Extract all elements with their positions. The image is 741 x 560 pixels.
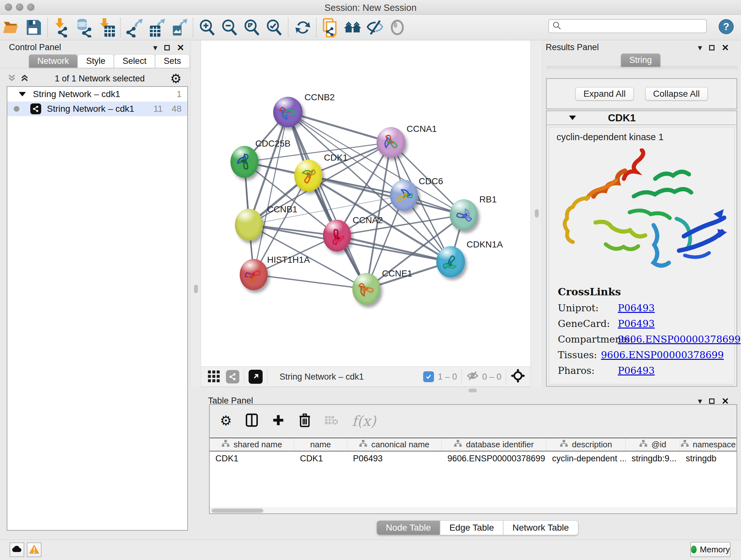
- tab-style[interactable]: Style: [77, 54, 114, 68]
- network-node-ccna2[interactable]: [323, 220, 351, 252]
- search-icon: [552, 21, 562, 32]
- memory-button[interactable]: Memory: [690, 542, 731, 557]
- search-box[interactable]: [548, 19, 707, 33]
- network-node-ccne1[interactable]: [352, 273, 381, 305]
- gene-section-header[interactable]: CDK1: [547, 111, 737, 125]
- tab-network[interactable]: Network: [29, 54, 77, 68]
- cloud-status-button[interactable]: [10, 543, 24, 557]
- grid-view-icon[interactable]: [207, 369, 221, 385]
- network-node-cdc6[interactable]: [390, 180, 418, 211]
- crosslink-link[interactable]: 9606.ENSP00000378699: [601, 349, 724, 361]
- scrollbar-thumb[interactable]: [212, 509, 263, 513]
- open-session-icon[interactable]: [0, 17, 22, 38]
- column-header--id[interactable]: @id: [626, 438, 680, 451]
- network-node-rb1[interactable]: [450, 199, 478, 231]
- edge-count: 48: [172, 104, 182, 114]
- delete-column-trash-icon[interactable]: [298, 413, 311, 429]
- results-panel-chrome: ▾ ✕: [698, 43, 729, 53]
- expand-all-networks-icon[interactable]: [20, 73, 29, 84]
- table-horizontal-scrollbar[interactable]: [210, 508, 737, 513]
- search-input[interactable]: [562, 21, 699, 31]
- network-collection-row[interactable]: String Network – cdk1 1: [7, 87, 187, 102]
- export-table-icon[interactable]: [145, 17, 168, 38]
- selected-nodes-checkbox-icon[interactable]: [423, 371, 434, 382]
- network-node-hist1h1a[interactable]: [240, 259, 268, 290]
- collection-expand-icon[interactable]: [19, 92, 26, 97]
- left-splitter-handle[interactable]: [194, 285, 198, 293]
- table-row[interactable]: CDK1CDK1P064939606.ENSP00000378699cyclin…: [210, 451, 737, 465]
- import-table-icon[interactable]: [95, 17, 118, 38]
- refresh-icon[interactable]: [291, 17, 313, 38]
- network-node-ccnb2[interactable]: [273, 97, 302, 127]
- zoom-fit-icon[interactable]: [241, 17, 263, 38]
- network-node-ccna1[interactable]: [377, 127, 405, 158]
- close-panel-icon[interactable]: ✕: [722, 43, 729, 53]
- collapse-all-networks-icon[interactable]: [7, 73, 17, 84]
- gene-collapse-icon[interactable]: [569, 116, 576, 120]
- network-node-cdk1[interactable]: [294, 160, 322, 192]
- add-column-icon[interactable]: [272, 414, 285, 428]
- tab-node-table[interactable]: Node Table: [377, 520, 440, 535]
- share-view-icon[interactable]: [226, 370, 239, 383]
- crosslink-link[interactable]: 9606.ENSP00000378699: [618, 334, 741, 345]
- tab-sets[interactable]: Sets: [155, 54, 190, 68]
- horizontal-splitter-handle[interactable]: [468, 388, 477, 392]
- tab-select[interactable]: Select: [114, 54, 155, 68]
- column-header-database-identifier[interactable]: database identifier: [442, 438, 546, 451]
- zoom-selected-icon[interactable]: [263, 17, 285, 38]
- zoom-in-icon[interactable]: [196, 17, 218, 38]
- column-header-canonical-name[interactable]: canonical name: [347, 438, 442, 451]
- right-splitter[interactable]: [530, 41, 542, 387]
- hidden-eye-icon[interactable]: [466, 370, 479, 383]
- node-label-ccne1: CCNE1: [382, 268, 412, 279]
- column-header-name[interactable]: name: [294, 438, 347, 451]
- crosslink-link[interactable]: P06493: [618, 318, 655, 329]
- node-label-rb1: RB1: [479, 194, 496, 205]
- maximize-panel-icon[interactable]: [709, 398, 715, 404]
- float-panel-icon[interactable]: ▾: [698, 43, 702, 53]
- column-header-namespace[interactable]: namespace: [680, 438, 737, 451]
- zoom-out-icon[interactable]: [218, 17, 241, 38]
- hide-glass-icon[interactable]: [364, 17, 386, 38]
- network-node-ccnb1[interactable]: [235, 209, 263, 241]
- maximize-panel-icon[interactable]: [164, 45, 170, 51]
- save-session-icon[interactable]: [22, 17, 45, 38]
- show-glass-icon[interactable]: [386, 17, 408, 38]
- control-panel-title: Control Panel: [9, 43, 61, 52]
- network-row-selected[interactable]: String Network – cdk1 11 48: [7, 102, 187, 116]
- column-header-shared-name[interactable]: shared name: [210, 438, 294, 451]
- crosslink-link[interactable]: P06493: [618, 302, 655, 314]
- string-home-icon[interactable]: [341, 17, 364, 38]
- network-options-gear-icon[interactable]: ⚙: [170, 72, 182, 85]
- tab-string[interactable]: String: [621, 53, 661, 67]
- network-node-cdc25b[interactable]: [230, 146, 259, 178]
- crosslink-link[interactable]: P06493: [618, 365, 655, 376]
- network-canvas[interactable]: CCNB2CCNA1CDC25BCDK1CDC6RB1CCNB1CCNA2CDK…: [201, 41, 530, 367]
- tab-network-table[interactable]: Network Table: [503, 520, 578, 535]
- right-splitter-handle[interactable]: [535, 209, 539, 217]
- export-network-icon[interactable]: [123, 17, 145, 38]
- collapse-all-button[interactable]: Collapse All: [645, 87, 708, 101]
- close-panel-icon[interactable]: ✕: [177, 43, 184, 53]
- help-button[interactable]: ?: [719, 19, 734, 34]
- export-image-icon[interactable]: [168, 17, 190, 38]
- column-header-description[interactable]: description: [546, 438, 626, 451]
- column-label: name: [310, 440, 331, 449]
- string-import-icon[interactable]: [319, 17, 341, 38]
- left-splitter[interactable]: [191, 41, 201, 387]
- fit-content-crosshair-icon[interactable]: [511, 368, 525, 385]
- maximize-panel-icon[interactable]: [709, 45, 715, 51]
- import-network-icon[interactable]: [51, 17, 73, 38]
- show-columns-icon[interactable]: [246, 413, 258, 428]
- table-options-gear-icon[interactable]: ⚙: [220, 414, 232, 428]
- import-database-icon[interactable]: [73, 17, 95, 38]
- expand-all-button[interactable]: Expand All: [576, 87, 633, 101]
- column-label: description: [572, 440, 612, 449]
- table-cell: 9606.ENSP00000378699: [442, 451, 546, 465]
- crosslink-row: Compartments:9606.ENSP00000378699: [558, 334, 724, 345]
- float-panel-icon[interactable]: ▾: [153, 43, 157, 53]
- network-node-cdkn1a[interactable]: [436, 246, 465, 277]
- tab-edge-table[interactable]: Edge Table: [440, 520, 503, 535]
- warnings-button[interactable]: [27, 543, 42, 557]
- birds-eye-view-icon[interactable]: [249, 370, 263, 384]
